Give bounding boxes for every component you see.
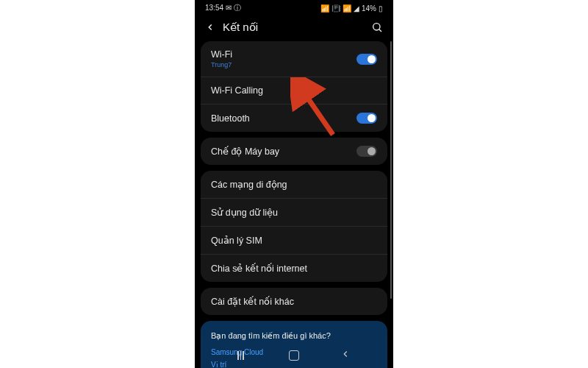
message-icon: ✉ ⓘ bbox=[226, 4, 241, 12]
header: Kết nối bbox=[195, 16, 393, 41]
page-title: Kết nối bbox=[223, 21, 371, 34]
more-connection-settings-item[interactable]: Cài đặt kết nối khác bbox=[201, 288, 387, 315]
wifi-icon: 📶 bbox=[343, 4, 351, 13]
wifi-toggle[interactable] bbox=[356, 54, 377, 65]
sim-manager-item[interactable]: Quản lý SIM bbox=[201, 227, 387, 255]
battery-icon: ▯ bbox=[379, 4, 383, 13]
wifi-network-name: Trung7 bbox=[211, 61, 232, 68]
wifi-item[interactable]: Wi-Fi Trung7 bbox=[201, 41, 387, 77]
signal-icon: ◢ bbox=[354, 4, 359, 13]
bluetooth-toggle[interactable] bbox=[356, 113, 377, 124]
recent-apps-button[interactable] bbox=[237, 351, 248, 360]
data-usage-label: Sử dụng dữ liệu bbox=[211, 207, 278, 218]
scrollbar[interactable] bbox=[390, 41, 392, 299]
status-bar: 13:54 ✉ ⓘ 📶 📳 📶 ◢ 14% ▯ bbox=[195, 0, 393, 16]
connectivity-group: Wi-Fi Trung7 Wi-Fi Calling Bluetooth bbox=[201, 41, 387, 132]
airplane-mode-label: Chế độ Máy bay bbox=[211, 146, 279, 157]
wifi-label: Wi-Fi bbox=[211, 49, 232, 60]
airplane-group: Chế độ Máy bay bbox=[201, 138, 387, 165]
bluetooth-item[interactable]: Bluetooth bbox=[201, 105, 387, 132]
more-connection-settings-label: Cài đặt kết nối khác bbox=[211, 296, 294, 307]
navigation-bar bbox=[195, 346, 393, 365]
wifi-calling-item[interactable]: Wi-Fi Calling bbox=[201, 77, 387, 105]
battery-percentage: 14% bbox=[362, 4, 376, 13]
status-time: 13:54 ✉ ⓘ bbox=[205, 3, 241, 13]
sim-manager-label: Quản lý SIM bbox=[211, 235, 262, 246]
nav-back-button[interactable] bbox=[340, 349, 351, 362]
svg-line-1 bbox=[379, 29, 381, 32]
hotspot-tethering-label: Chia sẻ kết nối internet bbox=[211, 263, 307, 274]
hotspot-tethering-item[interactable]: Chia sẻ kết nối internet bbox=[201, 255, 387, 282]
more-group: Cài đặt kết nối khác bbox=[201, 288, 387, 315]
phone-screen: 13:54 ✉ ⓘ 📶 📳 📶 ◢ 14% ▯ Kết nối bbox=[195, 0, 393, 368]
bluetooth-label: Bluetooth bbox=[211, 113, 250, 124]
airplane-mode-item[interactable]: Chế độ Máy bay bbox=[201, 138, 387, 165]
svg-point-0 bbox=[373, 24, 380, 30]
mobile-networks-label: Các mạng di động bbox=[211, 179, 287, 190]
promo-title: Bạn đang tìm kiếm điều gì khác? bbox=[211, 331, 377, 341]
data-usage-item[interactable]: Sử dụng dữ liệu bbox=[201, 199, 387, 227]
back-button[interactable] bbox=[205, 22, 215, 32]
wifi-calling-label: Wi-Fi Calling bbox=[211, 85, 263, 96]
mobile-networks-item[interactable]: Các mạng di động bbox=[201, 171, 387, 199]
vibrate-icon: 📳 bbox=[331, 4, 340, 13]
home-button[interactable] bbox=[289, 350, 299, 361]
network-group: Các mạng di động Sử dụng dữ liệu Quản lý… bbox=[201, 171, 387, 282]
search-button[interactable] bbox=[371, 21, 383, 33]
nfc-icon: 📶 bbox=[320, 4, 329, 13]
airplane-mode-toggle[interactable] bbox=[356, 146, 377, 157]
settings-scroll-area[interactable]: Wi-Fi Trung7 Wi-Fi Calling Bluetooth Chế… bbox=[195, 41, 393, 368]
